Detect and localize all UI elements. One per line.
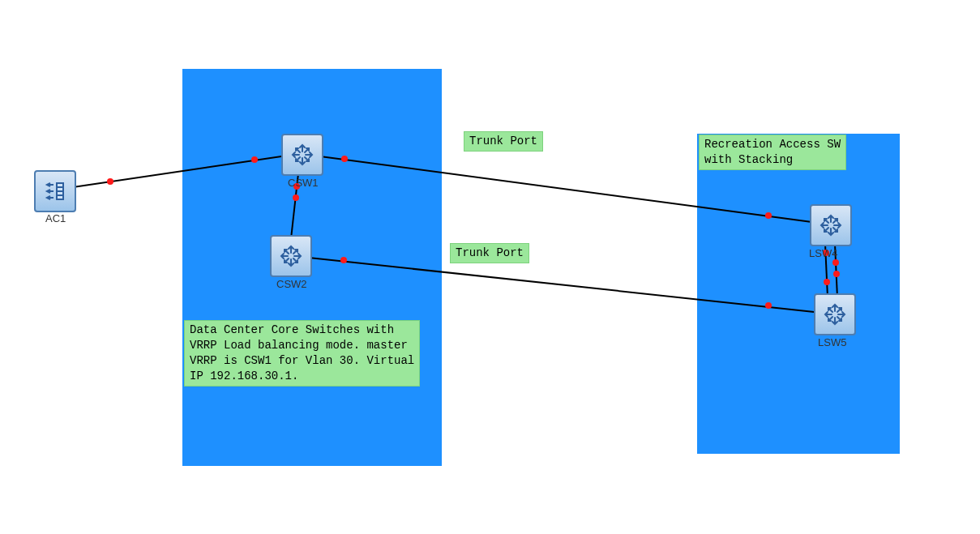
port-dot bbox=[251, 156, 258, 163]
lsw5-node-label: LSW5 bbox=[818, 336, 846, 348]
port-dot bbox=[833, 271, 840, 277]
port-dot bbox=[341, 156, 348, 162]
lsw5-node[interactable] bbox=[814, 293, 856, 335]
annot-trunk2: Trunk Port bbox=[450, 243, 529, 263]
zone-access bbox=[697, 134, 900, 454]
annot-access: Recreation Access SW with Stacking bbox=[699, 135, 846, 170]
csw2-node[interactable] bbox=[270, 235, 312, 277]
lsw4-node[interactable] bbox=[810, 204, 852, 246]
port-dot bbox=[107, 178, 113, 185]
port-dot bbox=[340, 257, 347, 263]
csw2-node-label: CSW2 bbox=[276, 278, 307, 290]
annot-core: Data Center Core Switches with VRRP Load… bbox=[184, 320, 420, 387]
port-dot bbox=[824, 279, 830, 285]
lsw4-node-label: LSW4 bbox=[809, 247, 837, 259]
ac1-node[interactable] bbox=[34, 170, 76, 212]
csw1-node[interactable] bbox=[281, 134, 323, 176]
port-dot bbox=[765, 302, 772, 309]
port-dot bbox=[765, 212, 772, 219]
annot-trunk1: Trunk Port bbox=[464, 131, 543, 152]
port-dot bbox=[832, 259, 839, 266]
port-dot bbox=[293, 194, 299, 201]
csw1-node-label: CSW1 bbox=[288, 177, 319, 189]
ac1-node-label: AC1 bbox=[45, 212, 66, 224]
